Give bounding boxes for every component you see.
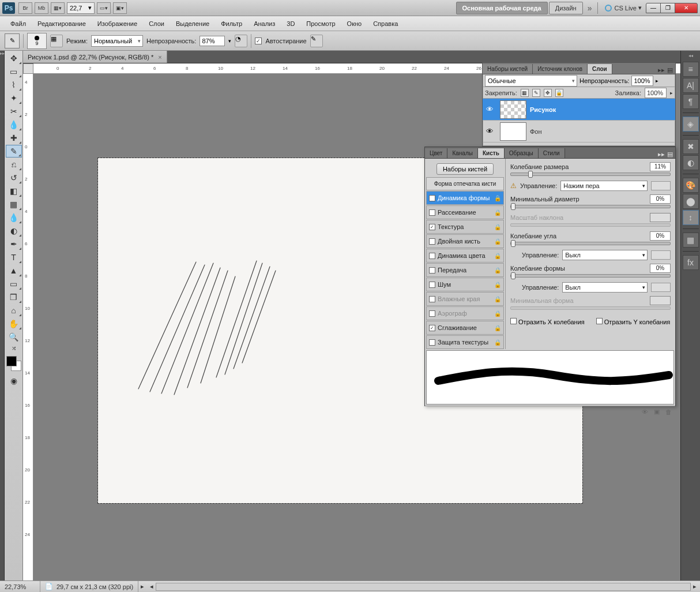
tab-layers[interactable]: Слои [588, 64, 612, 74]
control-dropdown-3[interactable]: Выкл [562, 282, 648, 293]
brush-presets-button[interactable]: Наборы кистей [436, 163, 494, 175]
3d-tool[interactable]: ❒ [6, 291, 22, 304]
control-dropdown-2[interactable]: Выкл [562, 250, 648, 260]
dodge-tool[interactable]: ◐ [6, 224, 22, 237]
toggle-preview-icon[interactable]: 👁 [642, 409, 648, 415]
workspace-more[interactable]: » [584, 3, 596, 13]
pressure-size-icon[interactable]: ✎ [310, 35, 323, 47]
vertical-ruler[interactable]: 42024681012141618202224 [23, 74, 33, 580]
gradient-tool[interactable]: ▦ [6, 198, 22, 211]
layer-thumbnail[interactable] [500, 100, 526, 119]
lock-icon[interactable]: 🔒 [494, 339, 501, 346]
collapse-panel-icon[interactable]: ▸▸ [658, 151, 665, 158]
maximize-button[interactable]: ❐ [660, 3, 675, 13]
smoothing[interactable]: ✓Сглаживание🔒 [426, 321, 504, 335]
minimize-button[interactable]: — [646, 3, 661, 13]
styles-panel-icon[interactable]: fx [683, 255, 699, 270]
eraser-tool[interactable]: ◧ [6, 185, 22, 197]
blur-tool[interactable]: 💧 [6, 211, 22, 224]
layers-panel-icon[interactable]: ◈ [683, 117, 699, 132]
lock-icon[interactable]: 🔒 [494, 282, 501, 288]
workspace-design[interactable]: Дизайн [549, 2, 583, 14]
shape-dynamics[interactable]: ✓Динамика формы🔒 [426, 191, 504, 205]
pen-tool[interactable]: ✒ [6, 238, 22, 250]
view-extras-button[interactable]: ▦▾ [51, 2, 65, 14]
texture[interactable]: ✓Текстура🔒 [426, 220, 504, 234]
healing-tool[interactable]: ✚ [6, 132, 22, 144]
lock-icon[interactable]: 🔒 [494, 238, 501, 245]
color-swatches[interactable] [6, 356, 21, 371]
layer-name[interactable]: Рисунок [530, 106, 675, 113]
opacity-field[interactable]: 87% [200, 36, 225, 46]
move-tool[interactable]: ✥ [6, 52, 22, 65]
layer-name[interactable]: Фон [530, 128, 675, 135]
flip-y-checkbox[interactable]: Отразить Y колебания [596, 318, 671, 325]
menu-layer[interactable]: Слои [143, 18, 170, 29]
screen-mode-button[interactable]: ▣▾ [113, 2, 127, 14]
menu-analysis[interactable]: Анализ [248, 18, 281, 29]
lock-icon[interactable]: 🔒 [494, 195, 501, 201]
layer-blend-dropdown[interactable]: Обычные [485, 75, 577, 87]
minibridge-button[interactable]: Mb [35, 2, 48, 14]
menu-filter[interactable]: Фильтр [215, 18, 248, 29]
swatches-panel-icon[interactable]: ⬤ [683, 194, 699, 209]
magic-wand-tool[interactable]: ✦ [6, 92, 22, 104]
scroll-right-arrow[interactable]: ▸ [693, 583, 700, 590]
layer-row[interactable]: 👁 Рисунок [483, 99, 675, 121]
lock-icon[interactable]: 🔒 [494, 209, 501, 216]
angle-jitter-value[interactable]: 0% [650, 231, 671, 241]
lock-icon[interactable]: 🔒 [494, 224, 501, 230]
history-panel-icon[interactable]: ≡ [683, 62, 699, 77]
pencil-tool-icon[interactable]: ✎ [5, 33, 20, 48]
brushpresets-panel-icon[interactable]: ▦ [683, 233, 699, 248]
collapse-dock-icon[interactable]: ◂◂ [688, 53, 693, 58]
ruler-origin[interactable] [23, 63, 33, 74]
close-tab-icon[interactable]: × [158, 54, 161, 61]
lock-position-icon[interactable]: ✥ [544, 89, 552, 97]
angle-jitter-slider[interactable] [510, 242, 671, 245]
lock-icon[interactable]: 🔒 [494, 267, 501, 273]
swap-colors-icon[interactable]: ⤭ [6, 344, 22, 352]
menu-view[interactable]: Просмотр [300, 18, 341, 29]
adjustments-panel-icon[interactable]: ✖ [683, 139, 699, 154]
blend-mode-dropdown[interactable]: Нормальный [91, 35, 143, 47]
history-brush-tool[interactable]: ↺ [6, 171, 22, 184]
tab-styles[interactable]: Стили [539, 148, 565, 158]
layer-row[interactable]: 👁 Фон [483, 121, 675, 143]
zoom-tool[interactable]: 🔍 [6, 331, 22, 343]
dual-brush[interactable]: Двойная кисть🔒 [426, 234, 504, 248]
roundness-jitter-value[interactable]: 0% [650, 264, 671, 273]
quickmask-toggle[interactable]: ◉ [6, 374, 22, 387]
menu-image[interactable]: Изображение [92, 18, 143, 29]
panel-menu-icon[interactable]: ▤ [667, 151, 673, 158]
zoom-field[interactable]: 22,7▾ [67, 2, 95, 14]
tab-channels[interactable]: Каналы [447, 148, 478, 158]
stamp-tool[interactable]: ⎌ [6, 158, 22, 171]
trash-icon[interactable]: 🗑 [665, 409, 672, 415]
menu-help[interactable]: Справка [367, 18, 404, 29]
document-tab[interactable]: Рисунок 1.psd @ 22,7% (Рисунок, RGB/8) *… [23, 51, 167, 63]
lock-icon[interactable]: 🔒 [494, 253, 501, 259]
transfer[interactable]: Передача🔒 [426, 263, 504, 277]
flip-x-checkbox[interactable]: Отразить X колебания [510, 318, 585, 325]
3d-camera-tool[interactable]: ⌂ [6, 304, 22, 317]
lock-pixels-icon[interactable]: ✎ [532, 89, 540, 97]
crop-tool[interactable]: ✂ [6, 105, 22, 118]
brush-panel-icon[interactable]: ↕ [683, 210, 699, 225]
menu-edit[interactable]: Редактирование [32, 18, 92, 29]
character-panel-icon[interactable]: A| [683, 78, 699, 93]
status-doc-info[interactable]: 📄29,7 см x 21,3 см (320 ppi) [40, 581, 138, 592]
paragraph-panel-icon[interactable]: ¶ [683, 94, 699, 109]
layer-thumbnail[interactable] [500, 122, 526, 141]
arrange-button[interactable]: ▭▾ [97, 2, 111, 14]
bridge-button[interactable]: Br [18, 2, 32, 14]
workspace-essentials[interactable]: Основная рабочая среда [456, 2, 548, 14]
status-menu-arrow[interactable]: ▸ [138, 583, 146, 590]
menu-3d[interactable]: 3D [281, 18, 300, 29]
eyedropper-tool[interactable]: 💧 [6, 118, 22, 131]
left-dock-strip[interactable]: ▸▸ [0, 51, 5, 580]
tab-brush-presets[interactable]: Наборы кистей [483, 64, 533, 74]
visibility-toggle[interactable]: 👁 [483, 105, 496, 114]
new-brush-icon[interactable]: ▣ [654, 408, 660, 415]
roundness-jitter-slider[interactable] [510, 274, 671, 278]
